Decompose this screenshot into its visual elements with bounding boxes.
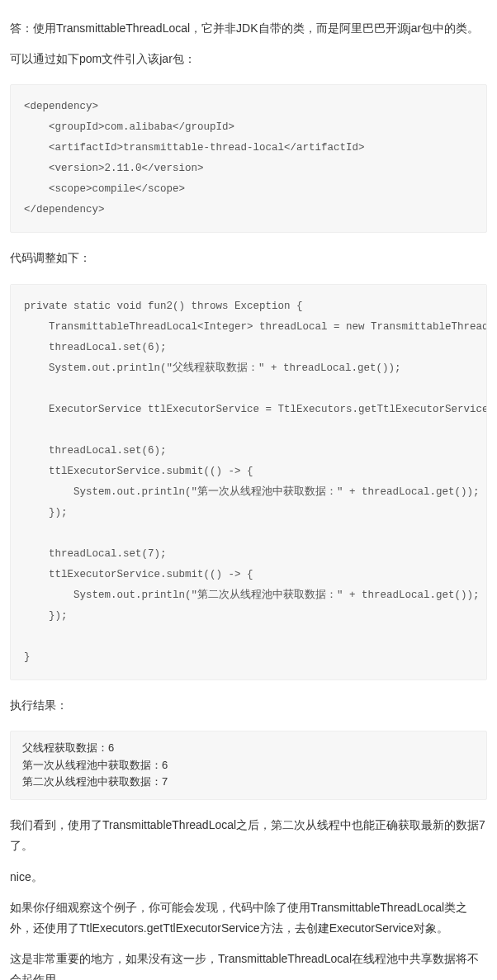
paragraph-nice: nice。 (10, 867, 487, 888)
paragraph-code-adjust: 代码调整如下： (10, 248, 487, 268)
paragraph-important: 这是非常重要的地方，如果没有这一步，TransmittableThreadLoc… (10, 949, 487, 980)
paragraph-result-label: 执行结果： (10, 695, 487, 716)
code-content: private static void fun2() throws Except… (24, 296, 487, 668)
code-block-dependency: <dependency> <groupId>com.alibaba</group… (10, 84, 487, 233)
paragraph-pom-intro: 可以通过如下pom文件引入该jar包： (10, 49, 487, 69)
code-block-java[interactable]: private static void fun2() throws Except… (10, 284, 487, 680)
paragraph-answer: 答：使用TransmittableThreadLocal，它并非JDK自带的类，… (10, 18, 487, 39)
result-block: 父线程获取数据：6 第一次从线程池中获取数据：6 第二次从线程池中获取数据：7 (10, 731, 487, 800)
paragraph-detail: 如果你仔细观察这个例子，你可能会发现，代码中除了使用TransmittableT… (10, 897, 487, 939)
paragraph-observation: 我们看到，使用了TransmittableThreadLocal之后，第二次从线… (10, 815, 487, 856)
